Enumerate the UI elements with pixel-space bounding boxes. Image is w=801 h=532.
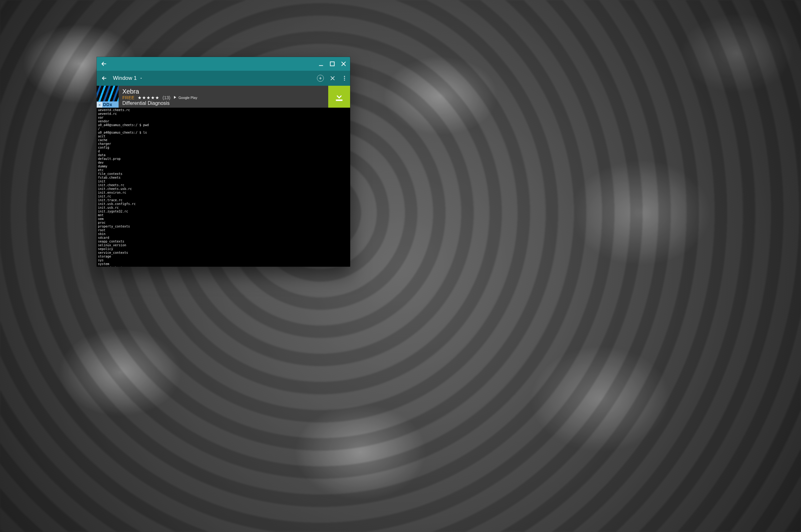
ad-close-icon[interactable]: ✕ <box>97 102 102 108</box>
ad-rating-count: (13) <box>163 95 171 100</box>
download-icon <box>333 91 345 102</box>
google-play-badge: Google Play <box>173 95 197 100</box>
ad-title: Xebra <box>122 88 324 95</box>
ad-subtitle: Differential Diagnosis <box>122 100 324 106</box>
chevron-down-icon <box>139 76 143 80</box>
google-play-label: Google Play <box>178 96 197 99</box>
ad-thumb: DDx ✕ <box>97 86 119 108</box>
svg-rect-1 <box>330 62 335 66</box>
minimize-button[interactable] <box>318 60 324 67</box>
overflow-menu-button[interactable] <box>341 75 348 81</box>
ad-rating-stars: ★★★★★ <box>138 95 159 100</box>
google-play-icon <box>173 95 177 100</box>
close-tab-button[interactable] <box>329 75 336 81</box>
svg-point-10 <box>344 79 345 80</box>
shell-back-button[interactable] <box>100 60 107 67</box>
new-tab-button[interactable] <box>317 75 324 82</box>
svg-point-9 <box>344 78 345 79</box>
ad-download-button[interactable] <box>328 86 350 108</box>
shell-titlebar <box>97 57 350 71</box>
app-toolbar: Window 1 <box>97 71 350 86</box>
ad-banner[interactable]: DDx ✕ Xebra FREE ★★★★★ (13) Google Play … <box>97 86 350 108</box>
svg-point-8 <box>344 76 345 77</box>
toolbar-back-button[interactable] <box>101 75 107 81</box>
app-window: Window 1 DDx ✕ Xebra F <box>97 57 350 267</box>
ad-price: FREE <box>122 95 135 100</box>
terminal-output[interactable]: ueventd.cheets.rc ueventd.rc var vendor … <box>97 108 350 267</box>
maximize-button[interactable] <box>329 60 336 67</box>
window-title-dropdown[interactable]: Window 1 <box>113 75 143 81</box>
close-button[interactable] <box>340 60 347 67</box>
window-title-label: Window 1 <box>113 75 137 81</box>
ad-body: Xebra FREE ★★★★★ (13) Google Play Differ… <box>119 86 328 108</box>
